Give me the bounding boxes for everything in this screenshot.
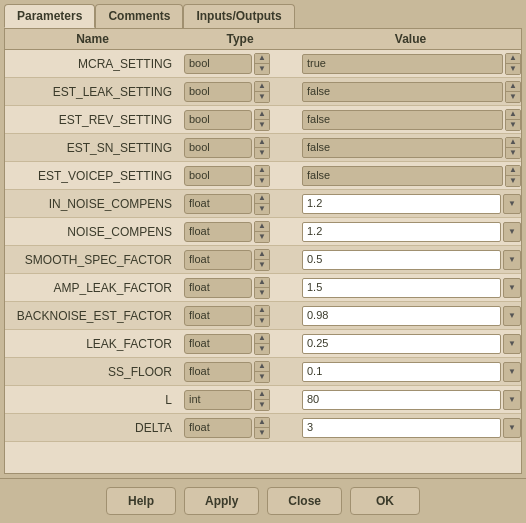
- spin-down-icon[interactable]: ▼: [506, 92, 520, 102]
- spin-up-icon[interactable]: ▲: [255, 166, 269, 176]
- param-type-cell: float▲▼: [180, 305, 300, 327]
- spin-down-icon[interactable]: ▼: [255, 120, 269, 130]
- spin-down-icon[interactable]: ▼: [506, 176, 520, 186]
- type-spinner[interactable]: ▲▼: [254, 305, 270, 327]
- value-display[interactable]: 0.1: [302, 362, 501, 382]
- spin-up-icon[interactable]: ▲: [255, 138, 269, 148]
- spin-up-icon[interactable]: ▲: [255, 390, 269, 400]
- spin-down-icon[interactable]: ▼: [255, 372, 269, 382]
- table-row: EST_SN_SETTINGbool▲▼false▲▼: [5, 134, 521, 162]
- value-dropdown-icon[interactable]: ▼: [503, 334, 521, 354]
- table-row: MCRA_SETTINGbool▲▼true▲▼: [5, 50, 521, 78]
- value-display[interactable]: 0.98: [302, 306, 501, 326]
- type-spinner[interactable]: ▲▼: [254, 221, 270, 243]
- spin-up-icon[interactable]: ▲: [255, 278, 269, 288]
- type-spinner[interactable]: ▲▼: [254, 389, 270, 411]
- param-value-cell: 0.25▼: [300, 334, 521, 354]
- tab-parameters[interactable]: Parameters: [4, 4, 95, 28]
- value-dropdown-icon[interactable]: ▼: [503, 418, 521, 438]
- spin-down-icon[interactable]: ▼: [255, 64, 269, 74]
- value-dropdown-icon[interactable]: ▼: [503, 222, 521, 242]
- type-spinner[interactable]: ▲▼: [254, 193, 270, 215]
- param-value-cell: 1.5▼: [300, 278, 521, 298]
- spin-up-icon[interactable]: ▲: [255, 82, 269, 92]
- value-dropdown-icon[interactable]: ▼: [503, 250, 521, 270]
- value-display[interactable]: 3: [302, 418, 501, 438]
- value-display[interactable]: 1.2: [302, 222, 501, 242]
- table-row: EST_VOICEP_SETTINGbool▲▼false▲▼: [5, 162, 521, 190]
- spin-up-icon[interactable]: ▲: [255, 362, 269, 372]
- spin-up-icon[interactable]: ▲: [255, 250, 269, 260]
- type-input: float: [184, 278, 252, 298]
- header-value: Value: [300, 32, 521, 46]
- value-display[interactable]: 1.2: [302, 194, 501, 214]
- spin-down-icon[interactable]: ▼: [255, 428, 269, 438]
- spin-down-icon[interactable]: ▼: [506, 148, 520, 158]
- param-name: DELTA: [5, 421, 180, 435]
- value-display[interactable]: 0.25: [302, 334, 501, 354]
- value-dropdown-icon[interactable]: ▼: [503, 306, 521, 326]
- spin-down-icon[interactable]: ▼: [255, 344, 269, 354]
- tab-comments[interactable]: Comments: [95, 4, 183, 28]
- type-spinner[interactable]: ▲▼: [254, 361, 270, 383]
- spin-up-icon[interactable]: ▲: [506, 166, 520, 176]
- spin-down-icon[interactable]: ▼: [255, 176, 269, 186]
- value-spinner[interactable]: ▲▼: [505, 81, 521, 103]
- spin-up-icon[interactable]: ▲: [506, 110, 520, 120]
- value-display[interactable]: 1.5: [302, 278, 501, 298]
- spin-down-icon[interactable]: ▼: [255, 260, 269, 270]
- value-dropdown-icon[interactable]: ▼: [503, 278, 521, 298]
- type-spinner[interactable]: ▲▼: [254, 249, 270, 271]
- tab-inputs-outputs[interactable]: Inputs/Outputs: [183, 4, 294, 28]
- param-value-cell: false▲▼: [300, 81, 521, 103]
- value-spinner[interactable]: ▲▼: [505, 53, 521, 75]
- spin-up-icon[interactable]: ▲: [255, 194, 269, 204]
- spin-down-icon[interactable]: ▼: [506, 64, 520, 74]
- spin-up-icon[interactable]: ▲: [255, 306, 269, 316]
- footer: Help Apply Close OK: [0, 478, 526, 523]
- value-dropdown-icon[interactable]: ▼: [503, 194, 521, 214]
- spin-up-icon[interactable]: ▲: [255, 334, 269, 344]
- type-spinner[interactable]: ▲▼: [254, 417, 270, 439]
- spin-up-icon[interactable]: ▲: [255, 418, 269, 428]
- value-spinner[interactable]: ▲▼: [505, 165, 521, 187]
- spin-up-icon[interactable]: ▲: [506, 82, 520, 92]
- spin-down-icon[interactable]: ▼: [255, 316, 269, 326]
- ok-button[interactable]: OK: [350, 487, 420, 515]
- spin-down-icon[interactable]: ▼: [506, 120, 520, 130]
- value-dropdown-icon[interactable]: ▼: [503, 390, 521, 410]
- type-spinner[interactable]: ▲▼: [254, 333, 270, 355]
- spin-down-icon[interactable]: ▼: [255, 288, 269, 298]
- spin-up-icon[interactable]: ▲: [255, 54, 269, 64]
- value-dropdown-icon[interactable]: ▼: [503, 362, 521, 382]
- spin-down-icon[interactable]: ▼: [255, 148, 269, 158]
- table-row: LEAK_FACTORfloat▲▼0.25▼: [5, 330, 521, 358]
- close-button[interactable]: Close: [267, 487, 342, 515]
- spin-up-icon[interactable]: ▲: [255, 222, 269, 232]
- value-spinner[interactable]: ▲▼: [505, 137, 521, 159]
- spin-up-icon[interactable]: ▲: [255, 110, 269, 120]
- type-spinner[interactable]: ▲▼: [254, 277, 270, 299]
- param-name: L: [5, 393, 180, 407]
- type-spinner[interactable]: ▲▼: [254, 53, 270, 75]
- spin-up-icon[interactable]: ▲: [506, 138, 520, 148]
- value-spinner[interactable]: ▲▼: [505, 109, 521, 131]
- table-row: EST_LEAK_SETTINGbool▲▼false▲▼: [5, 78, 521, 106]
- spin-down-icon[interactable]: ▼: [255, 400, 269, 410]
- header-name: Name: [5, 32, 180, 46]
- param-type-cell: bool▲▼: [180, 137, 300, 159]
- spin-down-icon[interactable]: ▼: [255, 204, 269, 214]
- value-display[interactable]: 80: [302, 390, 501, 410]
- spin-down-icon[interactable]: ▼: [255, 92, 269, 102]
- apply-button[interactable]: Apply: [184, 487, 259, 515]
- param-value-cell: 0.5▼: [300, 250, 521, 270]
- type-spinner[interactable]: ▲▼: [254, 165, 270, 187]
- value-display[interactable]: 0.5: [302, 250, 501, 270]
- type-spinner[interactable]: ▲▼: [254, 109, 270, 131]
- spin-down-icon[interactable]: ▼: [255, 232, 269, 242]
- type-spinner[interactable]: ▲▼: [254, 81, 270, 103]
- param-type-cell: bool▲▼: [180, 53, 300, 75]
- type-spinner[interactable]: ▲▼: [254, 137, 270, 159]
- help-button[interactable]: Help: [106, 487, 176, 515]
- spin-up-icon[interactable]: ▲: [506, 54, 520, 64]
